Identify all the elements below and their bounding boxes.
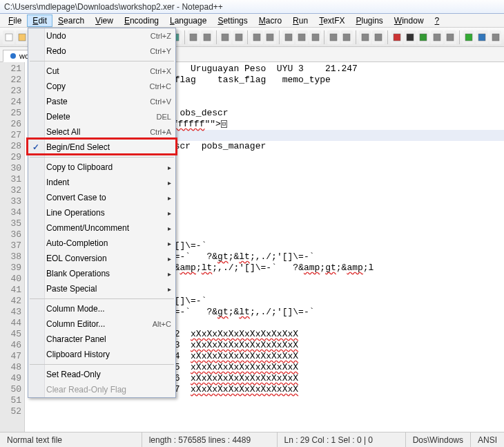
edit-menu-paste[interactable]: PasteCtrl+V [28,94,175,109]
sync-v-icon[interactable] [251,30,262,44]
edit-menu-delete[interactable]: DeleteDEL [28,109,175,124]
edit-menu-cut[interactable]: CutCtrl+X [28,64,175,79]
macro-run-icon[interactable] [431,30,443,44]
abc-icon[interactable] [476,30,487,44]
svg-rect-32 [492,34,499,41]
svg-rect-20 [312,34,319,41]
status-encoding: ANSI [471,432,504,447]
edit-menu-column-editor[interactable]: Column Editor...Alt+C [28,316,175,332]
svg-rect-24 [375,34,382,41]
svg-rect-17 [266,34,273,41]
menu-edit[interactable]: Edit [27,15,52,27]
edit-menu-blank-operations[interactable]: Blank Operations▸ [28,266,175,281]
svg-rect-22 [343,34,350,41]
replace-icon[interactable] [201,30,213,44]
svg-rect-12 [190,34,197,41]
svg-rect-31 [478,34,485,41]
zoom-in-icon[interactable] [220,30,231,44]
edit-menu-copy[interactable]: CopyCtrl+C [28,79,175,94]
edit-menu-begin-end-select[interactable]: ✓Begin/End Select [28,140,175,155]
line-number-gutter: 21 22 23 24 25 26 27 28 29 30 31 32 33 3… [0,62,25,432]
file-saved-icon [10,53,16,59]
menu-encoding[interactable]: Encoding [119,15,164,27]
sync-h-icon[interactable] [264,30,276,44]
svg-rect-13 [204,34,211,41]
open-icon[interactable] [16,30,28,44]
svg-rect-16 [253,34,260,41]
svg-rect-21 [330,34,337,41]
menu-settings[interactable]: Settings [212,15,253,27]
edit-menu-auto-completion[interactable]: Auto-Completion▸ [28,236,175,251]
menu-language[interactable]: Language [164,15,212,27]
edit-menu-redo[interactable]: RedoCtrl+Y [28,44,175,59]
edit-menu-character-panel[interactable]: Character Panel [28,332,175,347]
macro-play-icon[interactable] [418,30,429,44]
menu-file[interactable]: File [3,15,27,27]
edit-menu-undo[interactable]: UndoCtrl+Z [28,28,175,44]
status-filetype: Normal text file [0,432,142,447]
macro-stop-icon[interactable] [404,30,416,44]
window-title: C:\Users\mdlepage\Downloads\workshop2.xe… [4,2,223,12]
statusbar: Normal text file length : 576585 lines :… [0,432,504,447]
svg-rect-29 [447,34,454,41]
menu-run[interactable]: Run [287,15,313,27]
edit-menu-set-read-only[interactable]: Set Read-Only [28,367,175,382]
edit-menu-line-operations[interactable]: Line Operations▸ [28,205,175,220]
svg-rect-0 [6,34,12,41]
menu-plugins[interactable]: Plugins [350,15,388,27]
unfold-icon[interactable] [372,30,384,44]
menu-window[interactable]: Window [389,15,429,27]
status-eol: Dos\Windows [406,432,471,447]
macro-save-icon[interactable] [445,30,456,44]
svg-rect-15 [235,34,242,41]
svg-rect-25 [394,34,400,41]
menu-macro[interactable]: Macro [253,15,287,27]
menu-search[interactable]: Search [52,15,90,27]
edit-menu-convert-case-to[interactable]: Convert Case to▸ [28,190,175,205]
new-icon[interactable] [3,30,14,44]
edit-menu-eol-conversion[interactable]: EOL Conversion▸ [28,251,175,266]
edit-menu-paste-special[interactable]: Paste Special▸ [28,281,175,296]
doc-map-icon[interactable] [341,30,353,44]
svg-rect-27 [420,34,427,41]
edit-menu-copy-to-clipboard[interactable]: Copy to Clipboard▸ [28,160,175,175]
edit-menu-comment-uncomment[interactable]: Comment/Uncomment▸ [28,220,175,236]
zoom-out-icon[interactable] [233,30,244,44]
indent-guide-icon[interactable] [309,30,321,44]
more-icon[interactable] [490,30,501,44]
svg-rect-1 [19,34,26,41]
show-all-icon[interactable] [295,30,307,44]
find-icon[interactable] [188,30,200,44]
menu-view[interactable]: View [90,15,119,27]
edit-menu-dropdown: UndoCtrl+ZRedoCtrl+YCutCtrl+XCopyCtrl+CP… [28,28,176,398]
svg-rect-26 [407,34,414,41]
edit-menu-indent[interactable]: Indent▸ [28,175,175,190]
edit-menu-select-all[interactable]: Select AllCtrl+A [28,124,175,140]
macro-rec-icon[interactable] [391,30,403,44]
spell-icon[interactable] [463,30,474,44]
svg-rect-14 [222,34,229,41]
svg-rect-23 [362,34,369,41]
svg-rect-18 [285,34,292,41]
edit-menu-clipboard-history[interactable]: Clipboard History [28,347,175,362]
window-titlebar: C:\Users\mdlepage\Downloads\workshop2.xe… [0,0,504,14]
menu-textfx[interactable]: TextFX [313,15,350,27]
fold-icon[interactable] [359,30,371,44]
svg-rect-19 [298,34,305,41]
status-position: Ln : 29 Col : 1 Sel : 0 | 0 [278,432,406,447]
lang-icon[interactable] [327,30,339,44]
status-length: length : 576585 lines : 4489 [142,432,278,447]
menu-?[interactable]: ? [429,15,445,27]
edit-menu-clear-read-only-flag: Clear Read-Only Flag [28,382,175,397]
wrap-icon[interactable] [282,30,294,44]
svg-rect-30 [465,34,472,41]
menubar: FileEditSearchViewEncodingLanguageSettin… [0,14,504,28]
svg-rect-28 [434,34,440,41]
edit-menu-column-mode[interactable]: Column Mode... [28,301,175,316]
